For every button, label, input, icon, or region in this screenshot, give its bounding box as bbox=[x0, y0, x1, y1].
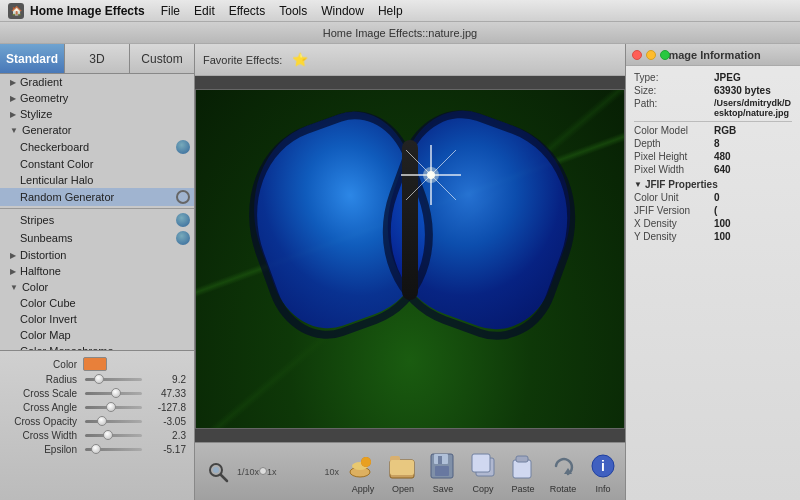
svg-line-7 bbox=[221, 475, 227, 481]
menu-file[interactable]: File bbox=[161, 4, 180, 18]
info-titlebar: Image Information bbox=[626, 44, 800, 66]
zoom-min-label: 1/10x bbox=[237, 467, 259, 477]
menu-window[interactable]: Window bbox=[321, 4, 364, 18]
jfif-y-density-row: Y Density 100 bbox=[634, 231, 792, 242]
slider-thumb[interactable] bbox=[94, 374, 104, 384]
tab-standard[interactable]: Standard bbox=[0, 44, 65, 73]
effect-stripes[interactable]: Stripes bbox=[0, 211, 194, 229]
jfif-section-label: ▼ JFIF Properties bbox=[634, 179, 792, 190]
zoom-area: 1/10x 1x 10x bbox=[205, 458, 339, 486]
effect-name: Color Cube bbox=[20, 297, 76, 309]
slider-thumb[interactable] bbox=[111, 388, 121, 398]
rotate-label: Rotate bbox=[550, 484, 577, 494]
magnifier-icon[interactable] bbox=[205, 458, 233, 486]
close-button[interactable] bbox=[632, 50, 642, 60]
info-button[interactable]: i Info bbox=[587, 450, 619, 494]
effect-sunbeams[interactable]: Sunbeams bbox=[0, 229, 194, 247]
param-radius-value: 9.2 bbox=[144, 374, 186, 385]
effect-name: Checkerboard bbox=[20, 141, 89, 153]
effect-constant-color[interactable]: Constant Color bbox=[0, 156, 194, 172]
menu-tools[interactable]: Tools bbox=[279, 4, 307, 18]
category-generator[interactable]: ▼ Generator bbox=[0, 122, 194, 138]
category-color[interactable]: ▼ Color bbox=[0, 279, 194, 295]
param-slider-wrap bbox=[83, 406, 144, 409]
info-depth-key: Depth bbox=[634, 138, 714, 149]
effect-color-map[interactable]: Color Map bbox=[0, 327, 194, 343]
open-label: Open bbox=[392, 484, 414, 494]
effects-list[interactable]: ▶ Gradient ▶ Geometry ▶ Stylize ▼ Genera… bbox=[0, 74, 194, 350]
menu-edit[interactable]: Edit bbox=[194, 4, 215, 18]
save-button[interactable]: Save bbox=[427, 450, 459, 494]
param-epsilon-row: Epsilon -5.17 bbox=[8, 444, 186, 455]
effect-random-generator[interactable]: Random Generator bbox=[0, 188, 194, 206]
param-slider-wrap bbox=[83, 448, 144, 451]
star-icon[interactable]: ⭐ bbox=[292, 52, 308, 67]
triangle-icon: ▶ bbox=[10, 78, 16, 87]
effect-color-monochrome[interactable]: Color Monochrome bbox=[0, 343, 194, 350]
info-pixel-height-val: 480 bbox=[714, 151, 731, 162]
zoom-thumb[interactable] bbox=[259, 467, 267, 475]
jfif-version-val: ( bbox=[714, 205, 717, 216]
cross-width-slider[interactable] bbox=[85, 434, 142, 437]
category-label: Geometry bbox=[20, 92, 68, 104]
rotate-button[interactable]: Rotate bbox=[547, 450, 579, 494]
svg-point-5 bbox=[423, 167, 439, 183]
zoom-mid-label: 1x bbox=[267, 467, 277, 477]
category-label: Stylize bbox=[20, 108, 52, 120]
menu-effects[interactable]: Effects bbox=[229, 4, 265, 18]
color-swatch[interactable] bbox=[83, 357, 107, 371]
cross-angle-slider[interactable] bbox=[85, 406, 142, 409]
open-button[interactable]: Open bbox=[387, 450, 419, 494]
info-type-row: Type: JPEG bbox=[634, 72, 792, 83]
effect-color-invert[interactable]: Color Invert bbox=[0, 311, 194, 327]
slider-thumb[interactable] bbox=[97, 416, 107, 426]
tab-3d[interactable]: 3D bbox=[65, 44, 130, 73]
info-type-val: JPEG bbox=[714, 72, 741, 83]
jfif-color-unit-val: 0 bbox=[714, 192, 720, 203]
param-cross-angle-label: Cross Angle bbox=[8, 402, 83, 413]
radius-slider[interactable] bbox=[85, 378, 142, 381]
info-size-val: 63930 bytes bbox=[714, 85, 771, 96]
svg-point-12 bbox=[361, 457, 371, 467]
minimize-button[interactable] bbox=[646, 50, 656, 60]
paste-icon bbox=[507, 450, 539, 482]
info-path-key: Path: bbox=[634, 98, 714, 118]
epsilon-slider[interactable] bbox=[85, 448, 142, 451]
info-color-model-key: Color Model bbox=[634, 125, 714, 136]
category-halftone[interactable]: ▶ Halftone bbox=[0, 263, 194, 279]
effect-checkerboard[interactable]: Checkerboard bbox=[0, 138, 194, 156]
slider-thumb[interactable] bbox=[91, 444, 101, 454]
effect-color-cube[interactable]: Color Cube bbox=[0, 295, 194, 311]
category-gradient[interactable]: ▶ Gradient bbox=[0, 74, 194, 90]
category-geometry[interactable]: ▶ Geometry bbox=[0, 90, 194, 106]
effect-lenticular-halo[interactable]: Lenticular Halo bbox=[0, 172, 194, 188]
category-stylize[interactable]: ▶ Stylize bbox=[0, 106, 194, 122]
svg-rect-18 bbox=[435, 466, 449, 476]
slider-thumb[interactable] bbox=[103, 430, 113, 440]
paste-button[interactable]: Paste bbox=[507, 450, 539, 494]
jfif-x-density-val: 100 bbox=[714, 218, 731, 229]
tab-custom[interactable]: Custom bbox=[130, 44, 194, 73]
param-slider-wrap bbox=[83, 420, 144, 423]
info-path-row: Path: /Users/dmitrydk/Desktop/nature.jpg bbox=[634, 98, 792, 118]
copy-button[interactable]: Copy bbox=[467, 450, 499, 494]
right-panel: Image Information Type: JPEG Size: 63930… bbox=[625, 44, 800, 500]
triangle-icon: ▼ bbox=[10, 283, 18, 292]
effect-name: Stripes bbox=[20, 214, 54, 226]
starburst-effect bbox=[401, 145, 461, 205]
slider-thumb[interactable] bbox=[106, 402, 116, 412]
param-epsilon-value: -5.17 bbox=[144, 444, 186, 455]
maximize-button[interactable] bbox=[660, 50, 670, 60]
category-distortion[interactable]: ▶ Distortion bbox=[0, 247, 194, 263]
menu-help[interactable]: Help bbox=[378, 4, 403, 18]
cross-opacity-slider[interactable] bbox=[85, 420, 142, 423]
svg-rect-15 bbox=[390, 460, 414, 475]
apply-button[interactable]: Apply bbox=[347, 450, 379, 494]
param-color-label: Color bbox=[8, 359, 83, 370]
svg-rect-21 bbox=[472, 454, 490, 472]
image-area bbox=[195, 76, 625, 442]
triangle-icon: ▶ bbox=[10, 251, 16, 260]
cross-scale-slider[interactable] bbox=[85, 392, 142, 395]
triangle-icon: ▼ bbox=[10, 126, 18, 135]
param-slider-wrap bbox=[83, 378, 144, 381]
